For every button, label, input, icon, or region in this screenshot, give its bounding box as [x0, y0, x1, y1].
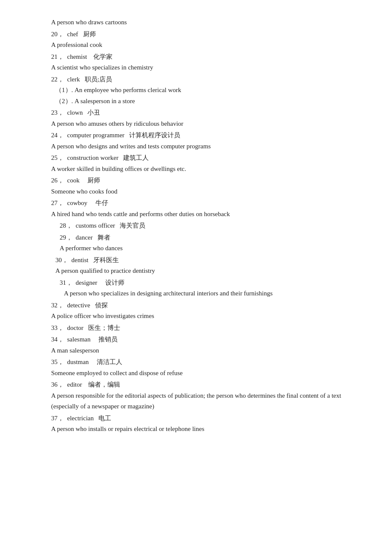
electrician-definition: A person who installs or repairs electri… [51, 424, 366, 435]
salesman-term-line: 34， salesman 推销员 [51, 334, 366, 345]
chef-term-line: 20， chef 厨师 [51, 29, 366, 40]
entry-cartoon-def: A person who draws cartoons [51, 17, 366, 28]
detective-definition: A police officer who investigates crimes [51, 311, 366, 322]
cartoon-definition: A person who draws cartoons [51, 17, 366, 28]
entry-cowboy: 27， cowboy 牛仔 A hired hand who tends cat… [51, 198, 366, 220]
clerk-definition-2: （2）. A salesperson in a store [51, 96, 366, 107]
dancer-definition: A performer who dances [60, 243, 366, 254]
editor-term-line: 36， editor 编者，编辑 [51, 379, 366, 390]
clown-definition: A person who amuses others by ridiculous… [51, 119, 366, 130]
cook-term-line: 26， cook 厨师 [51, 175, 366, 186]
customs-officer-term-line: 28， customs officer 海关官员 [60, 220, 366, 231]
cook-definition: Someone who cooks food [51, 186, 366, 197]
entry-electrician: 37， electrician 电工 A person who installs… [51, 413, 366, 435]
entry-detective: 32， detective 侦探 A police officer who in… [51, 300, 366, 322]
computer-programmer-definition: A person who designs and writes and test… [51, 141, 366, 152]
editor-definition: A person responsible for the editorial a… [51, 390, 366, 412]
salesman-definition: A man salesperson [51, 345, 366, 356]
entry-customs-officer: 28， customs officer 海关官员 [51, 220, 366, 231]
entry-doctor: 33， doctor 医生；博士 [51, 323, 366, 334]
doctor-term-line: 33， doctor 医生；博士 [51, 323, 366, 334]
clerk-definition-1: （1）. An employee who performs clerical w… [51, 85, 366, 96]
cowboy-definition: A hired hand who tends cattle and perfor… [51, 209, 366, 220]
entry-dustman: 35， dustman 清洁工人 Someone employed to col… [51, 357, 366, 379]
chemist-term-line: 21， chemist 化学家 [51, 52, 366, 63]
clerk-term-line: 22， clerk 职员;店员 [51, 74, 366, 85]
entry-dancer: 29， dancer 舞者 A performer who dances [51, 232, 366, 254]
clown-term-line: 23， clown 小丑 [51, 107, 366, 119]
cowboy-term-line: 27， cowboy 牛仔 [51, 198, 366, 209]
entry-cook: 26， cook 厨师 Someone who cooks food [51, 175, 366, 197]
dentist-term-line: 30， dentist 牙科医生 [55, 255, 366, 266]
entry-chef: 20， chef 厨师 A professional cook [51, 29, 366, 51]
designer-term-line: 31， designer 设计师 [51, 278, 366, 289]
entry-clown: 23， clown 小丑 A person who amuses others … [51, 107, 366, 129]
chef-definition: A professional cook [51, 40, 366, 51]
entry-clerk: 22， clerk 职员;店员 （1）. An employee who per… [51, 74, 366, 107]
chemist-definition: A scientist who specializes in chemistry [51, 62, 366, 73]
entry-designer: 31， designer 设计师 A person who specialize… [51, 278, 366, 299]
entry-salesman: 34， salesman 推销员 A man salesperson [51, 334, 366, 356]
computer-programmer-term-line: 24， computer programmer 计算机程序设计员 [51, 130, 366, 141]
detective-term-line: 32， detective 侦探 [51, 300, 366, 311]
dancer-term-line: 29， dancer 舞者 [60, 232, 366, 243]
designer-definition: A person who specializes in designing ar… [51, 288, 366, 299]
entry-computer-programmer: 24， computer programmer 计算机程序设计员 A perso… [51, 130, 366, 152]
entry-chemist: 21， chemist 化学家 A scientist who speciali… [51, 52, 366, 73]
dustman-definition: Someone employed to collect and dispose … [51, 368, 366, 379]
dustman-term-line: 35， dustman 清洁工人 [51, 357, 366, 368]
content: A person who draws cartoons 20， chef 厨师 … [51, 17, 366, 435]
entry-construction-worker: 25， construction worker 建筑工人 A worker sk… [51, 153, 366, 174]
dentist-definition: A person qualified to practice dentistry [55, 266, 366, 277]
construction-worker-definition: A worker skilled in building offices or … [51, 164, 366, 175]
entry-dentist: 30， dentist 牙科医生 A person qualified to p… [51, 255, 366, 277]
electrician-term-line: 37， electrician 电工 [51, 413, 366, 424]
construction-worker-term-line: 25， construction worker 建筑工人 [51, 153, 366, 164]
entry-editor: 36， editor 编者，编辑 A person responsible fo… [51, 379, 366, 412]
